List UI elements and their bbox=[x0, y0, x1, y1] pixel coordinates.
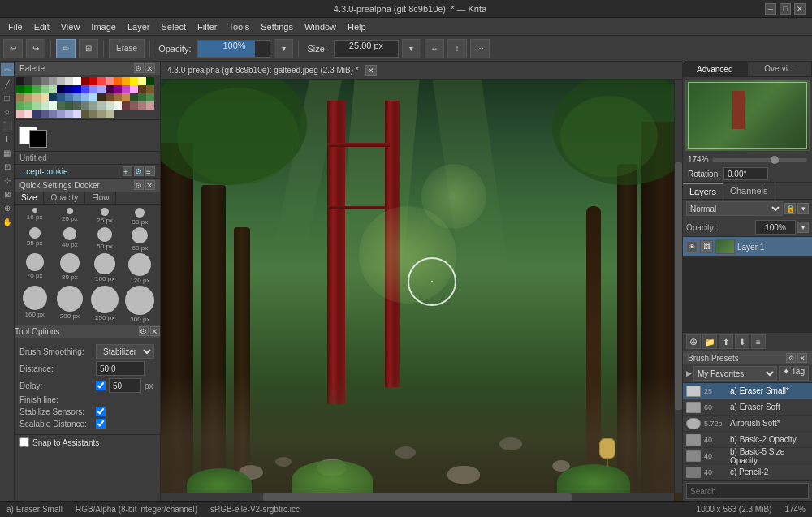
snap-to-assistants-checkbox[interactable] bbox=[19, 437, 29, 447]
swatch[interactable] bbox=[32, 93, 41, 101]
swatch[interactable] bbox=[130, 93, 138, 101]
layer-down-btn[interactable]: ⬇ bbox=[735, 334, 749, 349]
brush-size-50px[interactable]: 50 px bbox=[89, 227, 122, 252]
swatch[interactable] bbox=[146, 85, 154, 93]
swatch[interactable] bbox=[49, 77, 57, 85]
swatch[interactable] bbox=[89, 101, 97, 110]
opacity-dropdown[interactable]: ▾ bbox=[274, 39, 293, 58]
tab-overview[interactable]: Overvi... bbox=[748, 62, 813, 76]
qs-tab-flow[interactable]: Flow bbox=[85, 192, 116, 204]
stabilize-sensors-checkbox[interactable] bbox=[96, 407, 106, 416]
canvas-close-btn[interactable]: ✕ bbox=[365, 65, 377, 76]
opacity-value[interactable]: 100% bbox=[197, 40, 270, 58]
swatch[interactable] bbox=[24, 93, 32, 101]
swatch[interactable] bbox=[122, 85, 130, 93]
brush-preset-airbrush-soft[interactable]: 5.72b Airbrush Soft* bbox=[683, 416, 812, 432]
layer-alpha-lock-btn[interactable]: 🔒 bbox=[784, 203, 796, 214]
swatch[interactable] bbox=[81, 93, 89, 101]
swatch[interactable] bbox=[138, 77, 146, 85]
swatch[interactable] bbox=[146, 101, 154, 110]
scalable-distance-checkbox[interactable] bbox=[96, 419, 106, 429]
swatch[interactable] bbox=[24, 77, 32, 85]
swatch[interactable] bbox=[138, 93, 146, 101]
swatch[interactable] bbox=[16, 77, 24, 85]
swatch[interactable] bbox=[65, 85, 73, 93]
brush-options-btn[interactable]: ≡ bbox=[145, 166, 155, 176]
zoom-slider[interactable] bbox=[712, 158, 807, 162]
swatch[interactable] bbox=[106, 77, 114, 85]
brush-settings-btn[interactable]: ⚙ bbox=[134, 166, 144, 176]
swatch[interactable] bbox=[106, 85, 114, 93]
swatch[interactable] bbox=[130, 85, 138, 93]
swatch[interactable] bbox=[130, 77, 138, 85]
brush-preset-basic5[interactable]: 40 b) Basic-5 Size Opacity bbox=[683, 448, 812, 464]
brush-size-25px[interactable]: 25 px bbox=[89, 208, 122, 226]
swatch[interactable] bbox=[32, 85, 41, 93]
bp-tag-button[interactable]: ✦ Tag bbox=[779, 366, 809, 381]
swatch[interactable] bbox=[49, 85, 57, 93]
swatch[interactable] bbox=[106, 93, 114, 101]
swatch[interactable] bbox=[16, 93, 24, 101]
swatch[interactable] bbox=[65, 110, 73, 118]
swatch[interactable] bbox=[73, 77, 81, 85]
tool-transform[interactable]: ⊹ bbox=[1, 174, 14, 187]
swatch[interactable] bbox=[24, 110, 32, 118]
swatch[interactable] bbox=[57, 93, 65, 101]
layer-add-btn[interactable]: ⊕ bbox=[686, 334, 701, 349]
swatch[interactable] bbox=[65, 101, 73, 110]
swatch[interactable] bbox=[32, 110, 41, 118]
menu-help[interactable]: Help bbox=[343, 20, 371, 33]
bg-color-box[interactable] bbox=[29, 130, 47, 148]
brush-size-80px[interactable]: 80 px bbox=[53, 253, 86, 284]
distance-input[interactable] bbox=[96, 361, 145, 376]
menu-edit[interactable]: Edit bbox=[29, 20, 54, 33]
swatch[interactable] bbox=[81, 110, 89, 118]
menu-layer[interactable]: Layer bbox=[123, 20, 155, 33]
swatch[interactable] bbox=[65, 77, 73, 85]
menu-window[interactable]: Window bbox=[300, 20, 341, 33]
layer-visibility-toggle[interactable]: 👁 bbox=[686, 241, 698, 252]
tool-fill[interactable]: ⬛ bbox=[1, 118, 14, 131]
delay-checkbox[interactable] bbox=[96, 381, 106, 390]
swatch[interactable] bbox=[97, 77, 106, 85]
swatch[interactable] bbox=[73, 85, 81, 93]
layer-filter-btn[interactable]: ▾ bbox=[797, 203, 809, 214]
swatch[interactable] bbox=[114, 101, 122, 110]
size-value[interactable]: 25.00 px bbox=[334, 40, 399, 58]
tab-channels[interactable]: Channels bbox=[723, 183, 775, 199]
mirror-v-button[interactable]: ↕ bbox=[447, 39, 467, 58]
swatch[interactable] bbox=[81, 85, 89, 93]
more-options-button[interactable]: ⋯ bbox=[470, 39, 490, 58]
swatch[interactable] bbox=[81, 101, 89, 110]
tool-crop[interactable]: ⊠ bbox=[1, 187, 14, 200]
to-close-btn[interactable]: ✕ bbox=[150, 326, 160, 336]
tool-freehand[interactable]: ✏ bbox=[1, 63, 14, 76]
size-dropdown[interactable]: ▾ bbox=[402, 39, 421, 58]
brush-size-160px[interactable]: 160 px bbox=[18, 286, 51, 323]
swatch[interactable] bbox=[138, 85, 146, 93]
menu-filter[interactable]: Filter bbox=[192, 20, 222, 33]
tool-rectangle[interactable]: □ bbox=[1, 91, 14, 104]
rotation-input[interactable] bbox=[723, 167, 768, 180]
swatch[interactable] bbox=[49, 110, 57, 118]
brush-size-16px[interactable]: 16 px bbox=[18, 208, 51, 226]
swatch[interactable] bbox=[16, 101, 24, 110]
maximize-button[interactable]: □ bbox=[780, 3, 791, 15]
swatch[interactable] bbox=[41, 110, 49, 118]
brush-preset-pencil2[interactable]: 40 c) Pencil-2 bbox=[683, 464, 812, 480]
tool-pan[interactable]: ✋ bbox=[1, 215, 14, 228]
layer-opacity-input[interactable] bbox=[755, 220, 796, 235]
swatch[interactable] bbox=[106, 110, 114, 118]
tab-layers[interactable]: Layers bbox=[683, 183, 723, 199]
swatch[interactable] bbox=[57, 85, 65, 93]
qs-tab-opacity[interactable]: Opacity bbox=[44, 192, 85, 204]
swatch[interactable] bbox=[97, 85, 106, 93]
swatch[interactable] bbox=[114, 93, 122, 101]
swatch[interactable] bbox=[122, 93, 130, 101]
swatch[interactable] bbox=[57, 101, 65, 110]
tool-select-rect[interactable]: ⊡ bbox=[1, 160, 14, 173]
to-settings-btn[interactable]: ⚙ bbox=[139, 326, 149, 336]
brush-preset-basic2[interactable]: 40 b) Basic-2 Opacity bbox=[683, 432, 812, 448]
swatch[interactable] bbox=[114, 77, 122, 85]
swatch[interactable] bbox=[73, 93, 81, 101]
